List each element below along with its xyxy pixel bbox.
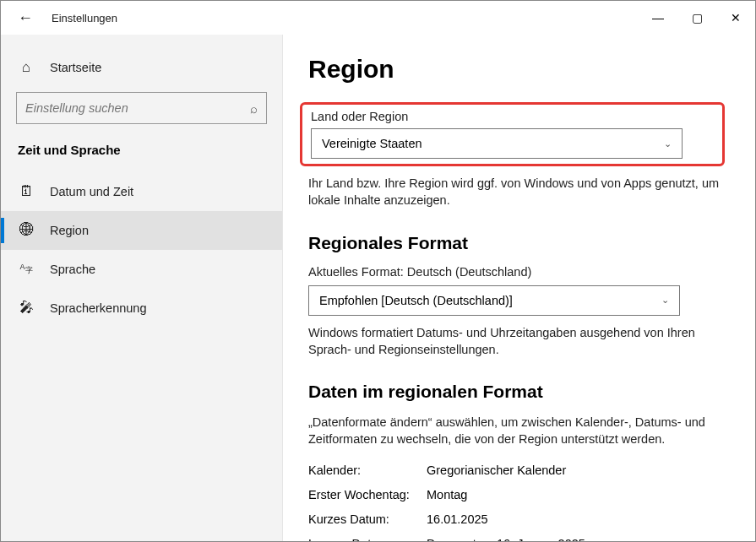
- calendar-icon: 🗓︎: [18, 183, 35, 200]
- main-content: Region Land oder Region Vereinigte Staat…: [283, 35, 755, 541]
- sidebar: ⌂ Startseite ⌕ Zeit und Sprache 🗓︎ Datum…: [1, 35, 283, 541]
- sidebar-item-language[interactable]: A字 Sprache: [1, 250, 282, 289]
- highlight-country-region: Land oder Region Vereinigte Staaten ⌄: [300, 102, 725, 166]
- regional-format-select-value: Empfohlen [Deutsch (Deutschland)]: [319, 294, 513, 307]
- search-box[interactable]: ⌕: [16, 92, 267, 124]
- data-row: Erster Wochentag:Montag: [308, 483, 725, 507]
- sidebar-item-label: Region: [50, 224, 89, 237]
- titlebar: ← Einstellungen — ▢ ✕: [1, 1, 755, 35]
- chevron-down-icon: ⌄: [661, 295, 669, 306]
- search-input[interactable]: [25, 101, 250, 115]
- home-icon: ⌂: [18, 59, 35, 76]
- back-button[interactable]: ←: [18, 9, 33, 27]
- regional-format-heading: Regionales Format: [308, 233, 725, 253]
- sidebar-item-date-time[interactable]: 🗓︎ Datum und Zeit: [1, 172, 282, 211]
- sidebar-item-label: Datum und Zeit: [50, 185, 133, 198]
- chevron-down-icon: ⌄: [664, 138, 672, 149]
- sidebar-home[interactable]: ⌂ Startseite: [16, 48, 267, 87]
- regional-format-desc: Windows formatiert Datums- und Uhrzeitan…: [308, 324, 725, 359]
- close-button[interactable]: ✕: [716, 1, 755, 35]
- country-label: Land oder Region: [311, 110, 714, 123]
- language-icon: A字: [18, 260, 35, 279]
- sidebar-item-speech[interactable]: 🎤︎ Spracherkennung: [1, 289, 282, 328]
- country-select-value: Vereinigte Staaten: [322, 137, 422, 150]
- settings-window: ← Einstellungen — ▢ ✕ ⌂ Startseite ⌕ Zei…: [0, 0, 756, 542]
- regional-format-current: Aktuelles Format: Deutsch (Deutschland): [308, 265, 725, 279]
- sidebar-home-label: Startseite: [50, 61, 101, 74]
- regional-data-desc: „Datenformate ändern“ auswählen, um zwis…: [308, 414, 725, 448]
- data-row: Kalender:Gregorianischer Kalender: [308, 458, 725, 483]
- window-title: Einstellungen: [52, 12, 117, 24]
- data-row: Langes Datum:Donnerstag, 16. Januar 2025: [308, 532, 725, 541]
- regional-format-select[interactable]: Empfohlen [Deutsch (Deutschland)] ⌄: [308, 285, 680, 316]
- sidebar-item-label: Spracherkennung: [50, 301, 146, 315]
- sidebar-section-title: Zeit und Sprache: [16, 134, 267, 172]
- globe-icon: 🌐︎: [18, 222, 35, 239]
- sidebar-nav: 🗓︎ Datum und Zeit 🌐︎ Region A字 Sprache 🎤…: [1, 172, 282, 328]
- mic-icon: 🎤︎: [18, 300, 35, 317]
- minimize-button[interactable]: —: [639, 1, 677, 35]
- regional-data-heading: Daten im regionalen Format: [308, 382, 725, 402]
- window-controls: — ▢ ✕: [639, 1, 755, 35]
- country-desc: Ihr Land bzw. Ihre Region wird ggf. von …: [308, 175, 725, 209]
- country-select[interactable]: Vereinigte Staaten ⌄: [311, 128, 683, 159]
- maximize-button[interactable]: ▢: [677, 1, 716, 35]
- page-title: Region: [308, 55, 725, 84]
- svg-text:字: 字: [25, 266, 33, 274]
- sidebar-item-region[interactable]: 🌐︎ Region: [1, 211, 282, 250]
- sidebar-item-label: Sprache: [50, 263, 95, 276]
- regional-data-rows: Kalender:Gregorianischer Kalender Erster…: [308, 458, 725, 541]
- svg-text:A: A: [20, 262, 25, 270]
- data-row: Kurzes Datum:16.01.2025: [308, 507, 725, 532]
- search-icon: ⌕: [250, 101, 258, 116]
